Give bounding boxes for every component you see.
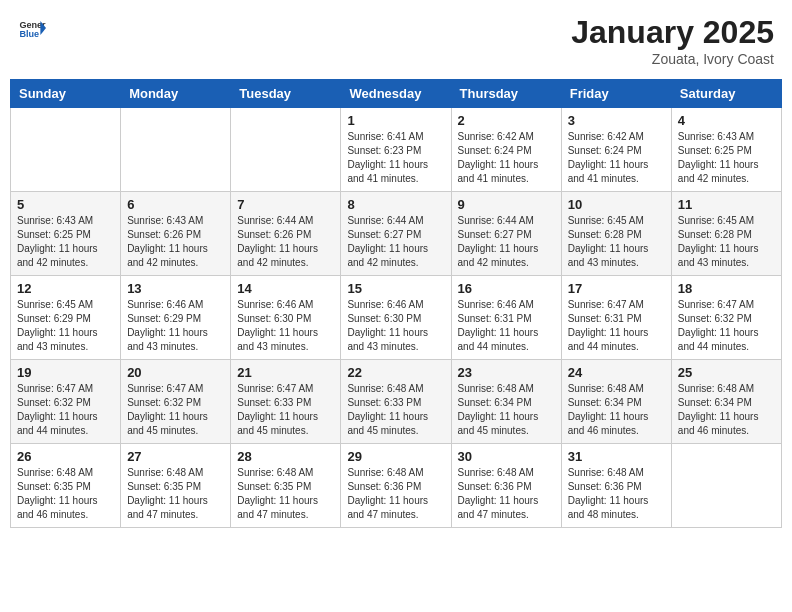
calendar-cell: 8Sunrise: 6:44 AM Sunset: 6:27 PM Daylig… xyxy=(341,192,451,276)
calendar-week-row: 12Sunrise: 6:45 AM Sunset: 6:29 PM Dayli… xyxy=(11,276,782,360)
day-info: Sunrise: 6:44 AM Sunset: 6:27 PM Dayligh… xyxy=(347,214,444,270)
calendar-cell: 30Sunrise: 6:48 AM Sunset: 6:36 PM Dayli… xyxy=(451,444,561,528)
day-number: 30 xyxy=(458,449,555,464)
day-number: 13 xyxy=(127,281,224,296)
day-info: Sunrise: 6:45 AM Sunset: 6:28 PM Dayligh… xyxy=(678,214,775,270)
day-info: Sunrise: 6:41 AM Sunset: 6:23 PM Dayligh… xyxy=(347,130,444,186)
calendar-cell: 27Sunrise: 6:48 AM Sunset: 6:35 PM Dayli… xyxy=(121,444,231,528)
day-number: 2 xyxy=(458,113,555,128)
day-info: Sunrise: 6:44 AM Sunset: 6:27 PM Dayligh… xyxy=(458,214,555,270)
calendar-cell: 20Sunrise: 6:47 AM Sunset: 6:32 PM Dayli… xyxy=(121,360,231,444)
day-info: Sunrise: 6:46 AM Sunset: 6:31 PM Dayligh… xyxy=(458,298,555,354)
day-info: Sunrise: 6:45 AM Sunset: 6:28 PM Dayligh… xyxy=(568,214,665,270)
weekday-header-monday: Monday xyxy=(121,80,231,108)
calendar-cell: 24Sunrise: 6:48 AM Sunset: 6:34 PM Dayli… xyxy=(561,360,671,444)
day-info: Sunrise: 6:46 AM Sunset: 6:30 PM Dayligh… xyxy=(237,298,334,354)
day-number: 19 xyxy=(17,365,114,380)
calendar-cell: 1Sunrise: 6:41 AM Sunset: 6:23 PM Daylig… xyxy=(341,108,451,192)
calendar-cell: 9Sunrise: 6:44 AM Sunset: 6:27 PM Daylig… xyxy=(451,192,561,276)
calendar-week-row: 5Sunrise: 6:43 AM Sunset: 6:25 PM Daylig… xyxy=(11,192,782,276)
day-number: 4 xyxy=(678,113,775,128)
day-info: Sunrise: 6:47 AM Sunset: 6:31 PM Dayligh… xyxy=(568,298,665,354)
day-info: Sunrise: 6:48 AM Sunset: 6:34 PM Dayligh… xyxy=(678,382,775,438)
day-number: 3 xyxy=(568,113,665,128)
day-number: 23 xyxy=(458,365,555,380)
day-info: Sunrise: 6:47 AM Sunset: 6:32 PM Dayligh… xyxy=(17,382,114,438)
day-number: 15 xyxy=(347,281,444,296)
calendar-cell: 23Sunrise: 6:48 AM Sunset: 6:34 PM Dayli… xyxy=(451,360,561,444)
calendar-cell: 22Sunrise: 6:48 AM Sunset: 6:33 PM Dayli… xyxy=(341,360,451,444)
calendar-cell xyxy=(671,444,781,528)
day-info: Sunrise: 6:48 AM Sunset: 6:36 PM Dayligh… xyxy=(347,466,444,522)
calendar-cell: 19Sunrise: 6:47 AM Sunset: 6:32 PM Dayli… xyxy=(11,360,121,444)
day-info: Sunrise: 6:48 AM Sunset: 6:35 PM Dayligh… xyxy=(127,466,224,522)
day-number: 27 xyxy=(127,449,224,464)
day-info: Sunrise: 6:48 AM Sunset: 6:33 PM Dayligh… xyxy=(347,382,444,438)
calendar-cell xyxy=(11,108,121,192)
day-number: 31 xyxy=(568,449,665,464)
day-info: Sunrise: 6:47 AM Sunset: 6:32 PM Dayligh… xyxy=(127,382,224,438)
calendar-cell: 13Sunrise: 6:46 AM Sunset: 6:29 PM Dayli… xyxy=(121,276,231,360)
weekday-header-friday: Friday xyxy=(561,80,671,108)
calendar-cell: 18Sunrise: 6:47 AM Sunset: 6:32 PM Dayli… xyxy=(671,276,781,360)
svg-text:Blue: Blue xyxy=(19,29,39,39)
calendar-cell: 28Sunrise: 6:48 AM Sunset: 6:35 PM Dayli… xyxy=(231,444,341,528)
calendar-table: SundayMondayTuesdayWednesdayThursdayFrid… xyxy=(10,79,782,528)
calendar-cell: 17Sunrise: 6:47 AM Sunset: 6:31 PM Dayli… xyxy=(561,276,671,360)
calendar-week-row: 19Sunrise: 6:47 AM Sunset: 6:32 PM Dayli… xyxy=(11,360,782,444)
day-number: 25 xyxy=(678,365,775,380)
calendar-cell: 14Sunrise: 6:46 AM Sunset: 6:30 PM Dayli… xyxy=(231,276,341,360)
day-number: 8 xyxy=(347,197,444,212)
calendar-cell: 4Sunrise: 6:43 AM Sunset: 6:25 PM Daylig… xyxy=(671,108,781,192)
day-number: 20 xyxy=(127,365,224,380)
page-header: General Blue January 2025 Zouata, Ivory … xyxy=(10,10,782,71)
calendar-cell: 2Sunrise: 6:42 AM Sunset: 6:24 PM Daylig… xyxy=(451,108,561,192)
day-number: 11 xyxy=(678,197,775,212)
day-number: 16 xyxy=(458,281,555,296)
calendar-week-row: 1Sunrise: 6:41 AM Sunset: 6:23 PM Daylig… xyxy=(11,108,782,192)
calendar-cell: 3Sunrise: 6:42 AM Sunset: 6:24 PM Daylig… xyxy=(561,108,671,192)
day-number: 21 xyxy=(237,365,334,380)
logo: General Blue xyxy=(18,14,46,42)
day-info: Sunrise: 6:47 AM Sunset: 6:32 PM Dayligh… xyxy=(678,298,775,354)
calendar-cell xyxy=(121,108,231,192)
day-info: Sunrise: 6:43 AM Sunset: 6:25 PM Dayligh… xyxy=(17,214,114,270)
calendar-cell: 26Sunrise: 6:48 AM Sunset: 6:35 PM Dayli… xyxy=(11,444,121,528)
day-number: 7 xyxy=(237,197,334,212)
day-info: Sunrise: 6:48 AM Sunset: 6:34 PM Dayligh… xyxy=(458,382,555,438)
day-info: Sunrise: 6:43 AM Sunset: 6:25 PM Dayligh… xyxy=(678,130,775,186)
weekday-header-sunday: Sunday xyxy=(11,80,121,108)
day-info: Sunrise: 6:47 AM Sunset: 6:33 PM Dayligh… xyxy=(237,382,334,438)
calendar-cell: 25Sunrise: 6:48 AM Sunset: 6:34 PM Dayli… xyxy=(671,360,781,444)
page-subtitle: Zouata, Ivory Coast xyxy=(571,51,774,67)
day-info: Sunrise: 6:44 AM Sunset: 6:26 PM Dayligh… xyxy=(237,214,334,270)
logo-icon: General Blue xyxy=(18,14,46,42)
day-number: 5 xyxy=(17,197,114,212)
day-number: 14 xyxy=(237,281,334,296)
day-info: Sunrise: 6:43 AM Sunset: 6:26 PM Dayligh… xyxy=(127,214,224,270)
calendar-cell: 7Sunrise: 6:44 AM Sunset: 6:26 PM Daylig… xyxy=(231,192,341,276)
calendar-cell: 5Sunrise: 6:43 AM Sunset: 6:25 PM Daylig… xyxy=(11,192,121,276)
day-number: 28 xyxy=(237,449,334,464)
weekday-header-tuesday: Tuesday xyxy=(231,80,341,108)
day-info: Sunrise: 6:48 AM Sunset: 6:34 PM Dayligh… xyxy=(568,382,665,438)
calendar-cell: 11Sunrise: 6:45 AM Sunset: 6:28 PM Dayli… xyxy=(671,192,781,276)
day-info: Sunrise: 6:46 AM Sunset: 6:29 PM Dayligh… xyxy=(127,298,224,354)
day-number: 6 xyxy=(127,197,224,212)
day-number: 12 xyxy=(17,281,114,296)
day-number: 24 xyxy=(568,365,665,380)
calendar-cell xyxy=(231,108,341,192)
day-info: Sunrise: 6:42 AM Sunset: 6:24 PM Dayligh… xyxy=(458,130,555,186)
day-info: Sunrise: 6:46 AM Sunset: 6:30 PM Dayligh… xyxy=(347,298,444,354)
day-info: Sunrise: 6:42 AM Sunset: 6:24 PM Dayligh… xyxy=(568,130,665,186)
day-info: Sunrise: 6:48 AM Sunset: 6:36 PM Dayligh… xyxy=(458,466,555,522)
calendar-cell: 10Sunrise: 6:45 AM Sunset: 6:28 PM Dayli… xyxy=(561,192,671,276)
day-info: Sunrise: 6:48 AM Sunset: 6:35 PM Dayligh… xyxy=(17,466,114,522)
weekday-header-row: SundayMondayTuesdayWednesdayThursdayFrid… xyxy=(11,80,782,108)
day-info: Sunrise: 6:48 AM Sunset: 6:35 PM Dayligh… xyxy=(237,466,334,522)
page-title: January 2025 xyxy=(571,14,774,51)
day-number: 29 xyxy=(347,449,444,464)
calendar-cell: 31Sunrise: 6:48 AM Sunset: 6:36 PM Dayli… xyxy=(561,444,671,528)
weekday-header-saturday: Saturday xyxy=(671,80,781,108)
day-number: 22 xyxy=(347,365,444,380)
